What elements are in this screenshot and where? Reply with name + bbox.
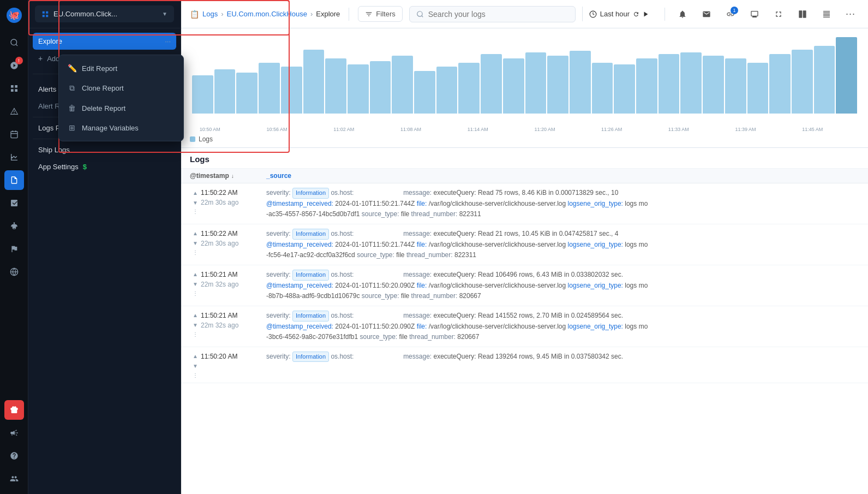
- split-view-icon: [798, 10, 807, 19]
- collapse-btn[interactable]: ▼: [191, 322, 199, 329]
- fullscreen-btn[interactable]: [770, 5, 787, 23]
- row-menu-btn[interactable]: ⋮: [193, 290, 198, 296]
- row-menu-btn[interactable]: ⋮: [193, 372, 198, 378]
- expand-btn[interactable]: ▲: [191, 189, 199, 197]
- log-ago: 22m 32s ago: [201, 279, 266, 289]
- thread-key: thread_number:: [411, 210, 458, 218]
- last-hour-button[interactable]: Last hour: [582, 7, 656, 21]
- play-icon[interactable]: [643, 11, 649, 17]
- context-menu-edit[interactable]: ✏️ Edit Report: [59, 58, 183, 78]
- transform-icon-btn[interactable]: [4, 193, 24, 213]
- table-row[interactable]: ▲ ▼ ⋮ 11:50:21 AM 22m 32s ago severity: …: [181, 265, 868, 306]
- thread-key: thread_number:: [411, 292, 458, 300]
- log-line-2: @timestamp_received: 2024-01-10T11:50:21…: [266, 199, 859, 209]
- globe-icon-btn[interactable]: [4, 262, 24, 282]
- chart-bar: [458, 63, 480, 114]
- search-box[interactable]: [409, 6, 576, 22]
- svg-rect-6: [11, 89, 14, 92]
- log-line-2: @timestamp_received: 2024-01-10T11:50:20…: [266, 281, 859, 291]
- logs-icon-btn[interactable]: [4, 170, 24, 190]
- monitor-btn[interactable]: [746, 5, 763, 23]
- gift-icon-btn[interactable]: [4, 400, 24, 420]
- calendar-icon-btn[interactable]: [4, 124, 24, 144]
- edit-label: Edit Report: [82, 64, 117, 73]
- collapse-btn[interactable]: ▼: [191, 199, 199, 206]
- table-row[interactable]: ▲ ▼ ⋮ 11:50:20 AM severity: Information …: [181, 347, 868, 383]
- time-range-label: Last hour: [600, 10, 630, 18]
- chart-bar: [747, 63, 769, 114]
- context-menu-variables[interactable]: ⊞ Manage Variables: [59, 118, 183, 138]
- explore-dots[interactable]: ···: [165, 37, 171, 45]
- svg-line-3: [16, 44, 17, 46]
- row-menu-btn[interactable]: ⋮: [193, 249, 198, 255]
- context-menu: ✏️ Edit Report ⧉ Clone Report 🗑 Delete R…: [58, 55, 184, 141]
- sidebar-item-ship-logs[interactable]: Ship Logs: [33, 141, 176, 158]
- app-settings-label: App Settings: [38, 163, 79, 171]
- chart-bar: [303, 50, 325, 114]
- col-timestamp-header[interactable]: @timestamp ↓: [190, 172, 266, 180]
- notifications-btn[interactable]: [674, 5, 691, 23]
- topbar: 📋 Logs › EU.Com.mon.ClickHouse › Explore…: [181, 0, 868, 28]
- breadcrumb-logs[interactable]: Logs: [202, 10, 218, 18]
- row-menu-btn[interactable]: ⋮: [193, 209, 198, 215]
- expand-btn[interactable]: ▲: [191, 353, 199, 360]
- robot-icon-btn[interactable]: [4, 216, 24, 236]
- workspace-selector[interactable]: EU.Common.Click... ▼: [35, 5, 174, 22]
- chart-x-label: 11:02 AM: [324, 127, 364, 132]
- table-header: @timestamp ↓ _source: [181, 169, 868, 183]
- flag-icon-btn[interactable]: [4, 239, 24, 259]
- table-row[interactable]: ▲ ▼ ⋮ 11:50:22 AM 22m 30s ago severity: …: [181, 224, 868, 265]
- sidebar-item-explore[interactable]: Explore ···: [33, 33, 176, 50]
- help-icon-btn[interactable]: [4, 446, 24, 466]
- context-menu-clone[interactable]: ⧉ Clone Report: [59, 78, 183, 98]
- row-controls: ▲ ▼ ⋮: [190, 270, 201, 296]
- breadcrumb-app[interactable]: EU.Com.mon.ClickHouse: [227, 10, 307, 18]
- collapse-btn[interactable]: ▼: [191, 281, 199, 288]
- expand-btn[interactable]: ▲: [191, 271, 199, 278]
- oshost-key: os.host:: [331, 353, 354, 360]
- expand-btn[interactable]: ▲: [191, 230, 199, 237]
- oshost-key: os.host:: [331, 312, 354, 319]
- breadcrumb-sep-2: ›: [310, 10, 313, 18]
- filters-button[interactable]: Filters: [358, 6, 402, 22]
- chart-area: [190, 37, 859, 124]
- team-icon-btn[interactable]: [4, 469, 24, 489]
- svg-text:🐙: 🐙: [9, 10, 20, 20]
- table-icon: [822, 10, 831, 19]
- split-view-btn[interactable]: [794, 5, 811, 23]
- severity-badge: Information: [292, 352, 329, 362]
- chart-icon-btn[interactable]: [4, 147, 24, 167]
- logsene-key: logsene_orig_type:: [568, 200, 623, 207]
- mail-btn[interactable]: [698, 5, 715, 23]
- search-icon-btn[interactable]: [4, 33, 24, 52]
- more-btn[interactable]: ···: [842, 5, 859, 23]
- link-btn[interactable]: 1: [722, 5, 739, 23]
- expand-btn[interactable]: ▲: [191, 312, 199, 319]
- file-value: /var/log/clickhouse-server/clickhouse-se…: [429, 282, 566, 289]
- table-row[interactable]: ▲ ▼ ⋮ 11:50:22 AM 22m 30s ago severity: …: [181, 183, 868, 224]
- grid-icon-btn[interactable]: [4, 79, 24, 98]
- row-controls: ▲ ▼ ⋮: [190, 352, 201, 378]
- row-menu-btn[interactable]: ⋮: [193, 331, 198, 337]
- collapse-btn[interactable]: ▼: [191, 240, 199, 247]
- alert-icon-btn[interactable]: [4, 102, 24, 121]
- rocket-icon-btn[interactable]: !: [4, 56, 24, 75]
- megaphone-icon-btn[interactable]: [4, 423, 24, 443]
- log-ago: 22m 30s ago: [201, 198, 266, 207]
- ts-received-value: 2024-01-10T11:50:21.744Z: [335, 241, 415, 248]
- table-view-btn[interactable]: [818, 5, 835, 23]
- file-value: /var/log/clickhouse-server/clickhouse-se…: [429, 323, 566, 330]
- collapse-btn[interactable]: ▼: [191, 362, 199, 370]
- context-menu-delete[interactable]: 🗑 Delete Report: [59, 98, 183, 118]
- refresh-icon[interactable]: [633, 11, 639, 17]
- breadcrumb: 📋 Logs › EU.Com.mon.ClickHouse › Explore: [190, 10, 340, 19]
- search-input[interactable]: [428, 10, 568, 19]
- link-badge: 1: [731, 7, 738, 14]
- clone-icon: ⧉: [68, 84, 76, 93]
- chart-x-label: [243, 127, 257, 132]
- app-logo[interactable]: 🐙: [4, 5, 24, 25]
- log-line-2: @timestamp_received: 2024-01-10T11:50:20…: [266, 322, 859, 332]
- table-row[interactable]: ▲ ▼ ⋮ 11:50:21 AM 22m 32s ago severity: …: [181, 306, 868, 347]
- sidebar-item-app-settings[interactable]: App Settings $: [33, 158, 176, 175]
- variables-label: Manage Variables: [82, 124, 139, 132]
